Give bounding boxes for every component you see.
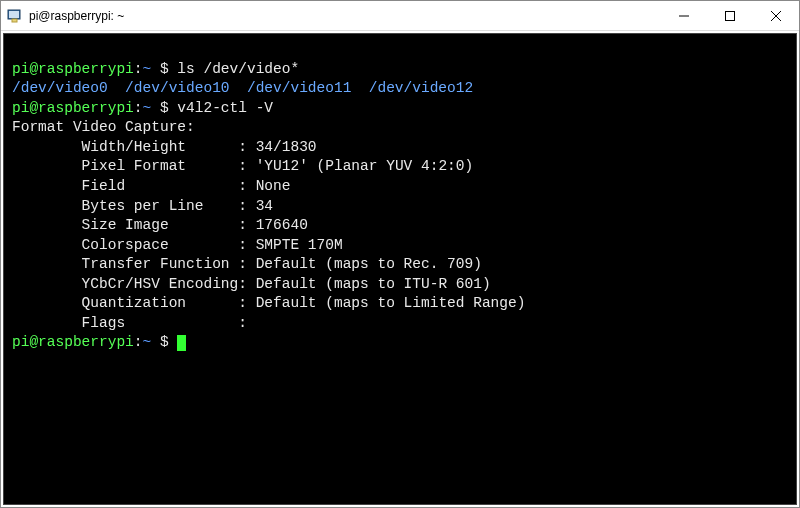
field-colorspace-label: Colorspace [12,237,238,253]
field-ycbcr-encoding-value: Default (maps to ITU-R 601) [256,276,491,292]
prompt-userhost: pi@raspberrypi [12,100,134,116]
cursor [177,335,186,351]
field-bytes-per-line-value: 34 [256,198,273,214]
prompt-end: $ [151,61,177,77]
putty-window: pi@raspberrypi: ~ pi@raspberrypi:~ $ ls … [0,0,800,508]
command-ls: ls /dev/video* [177,61,299,77]
prompt-sep: : [134,334,143,350]
svg-rect-1 [9,11,19,18]
prompt-sep: : [134,100,143,116]
prompt-userhost: pi@raspberrypi [12,334,134,350]
field-width-height-label: Width/Height [12,139,238,155]
field-quantization-label: Quantization [12,295,238,311]
command-v4l2: v4l2-ctl -V [177,100,273,116]
svg-rect-2 [12,19,17,22]
putty-icon [7,8,23,24]
field-ycbcr-encoding-label: YCbCr/HSV Encoding [12,276,238,292]
field-quantization-value: Default (maps to Limited Range) [256,295,526,311]
minimize-button[interactable] [661,1,707,30]
prompt-end: $ [151,100,177,116]
terminal-area[interactable]: pi@raspberrypi:~ $ ls /dev/video* /dev/v… [3,33,797,505]
field-colorspace-value: SMPTE 170M [256,237,343,253]
ls-output: /dev/video0 /dev/video10 /dev/video11 /d… [12,80,473,96]
prompt-end: $ [151,334,177,350]
field-size-image-value: 176640 [256,217,308,233]
window-title: pi@raspberrypi: ~ [29,9,661,23]
field-bytes-per-line-label: Bytes per Line [12,198,238,214]
format-header: Format Video Capture: [12,119,195,135]
maximize-button[interactable] [707,1,753,30]
field-transfer-function-value: Default (maps to Rec. 709) [256,256,482,272]
prompt-path: ~ [143,100,152,116]
close-button[interactable] [753,1,799,30]
prompt-sep: : [134,61,143,77]
titlebar[interactable]: pi@raspberrypi: ~ [1,1,799,31]
prompt-path: ~ [143,61,152,77]
field-pixel-format-label: Pixel Format [12,158,238,174]
field-field-label: Field [12,178,238,194]
field-pixel-format-value: 'YU12' (Planar YUV 4:2:0) [256,158,474,174]
field-transfer-function-label: Transfer Function [12,256,238,272]
field-width-height-value: 34/1830 [256,139,317,155]
field-size-image-label: Size Image [12,217,238,233]
window-controls [661,1,799,30]
field-flags-label: Flags [12,315,238,331]
prompt-userhost: pi@raspberrypi [12,61,134,77]
field-field-value: None [256,178,291,194]
prompt-path: ~ [143,334,152,350]
svg-rect-4 [726,11,735,20]
